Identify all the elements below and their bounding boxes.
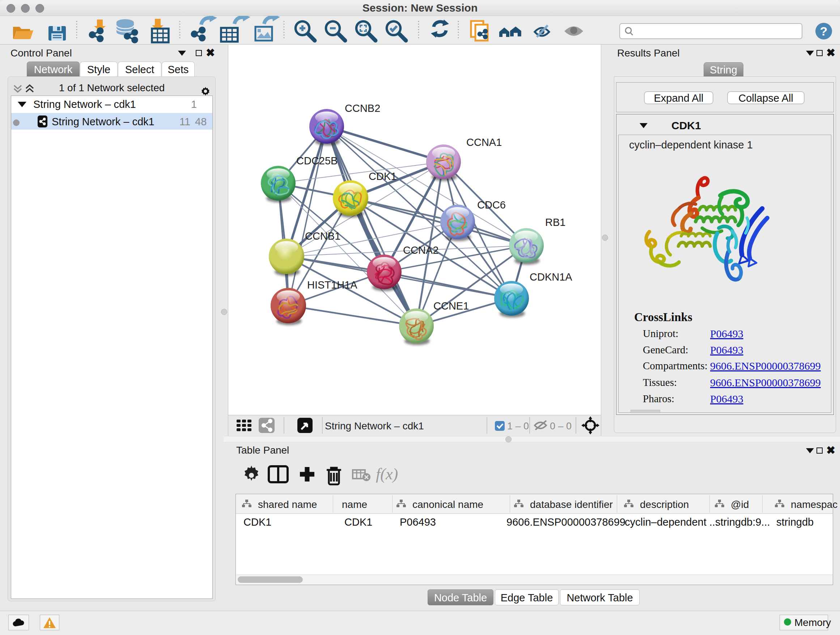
svg-text:CCNB1: CCNB1 <box>305 230 340 242</box>
svg-text:CDKN1A: CDKN1A <box>530 271 572 283</box>
svg-text:HIST1H1A: HIST1H1A <box>307 279 357 291</box>
svg-text:?: ? <box>820 24 828 38</box>
svg-text:1 – 0: 1 – 0 <box>507 421 529 432</box>
svg-text:CCNA2: CCNA2 <box>403 244 439 256</box>
svg-text:String Network – cdk1: String Network – cdk1 <box>325 420 424 432</box>
svg-text:RB1: RB1 <box>545 217 565 228</box>
svg-text:CDC25B: CDC25B <box>296 155 338 166</box>
svg-text:f(x): f(x) <box>376 465 398 483</box>
svg-text:CCNB2: CCNB2 <box>345 103 380 114</box>
svg-text:CDK1: CDK1 <box>369 171 396 182</box>
svg-text:CDC6: CDC6 <box>477 199 506 211</box>
svg-text:CCNA1: CCNA1 <box>466 136 502 148</box>
svg-text:0 – 0: 0 – 0 <box>550 421 572 432</box>
svg-text:CCNE1: CCNE1 <box>433 300 469 312</box>
